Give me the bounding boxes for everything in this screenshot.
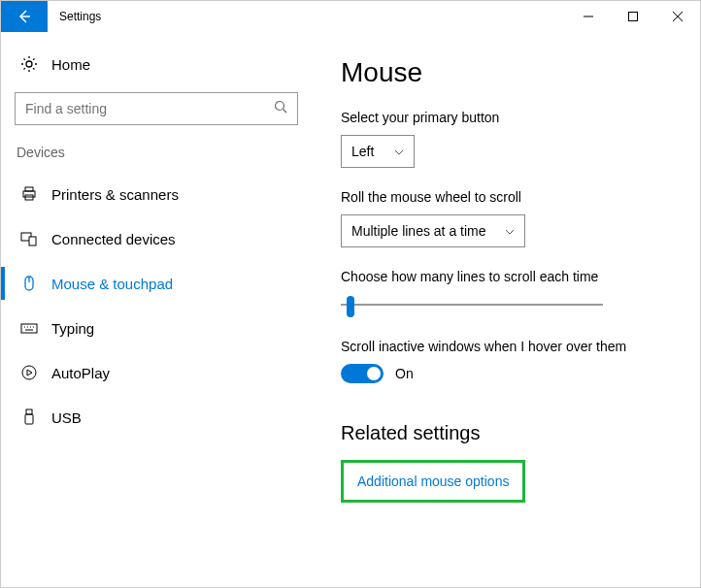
page-title: Mouse — [341, 57, 671, 88]
slider-track — [341, 304, 603, 306]
sidebar-item-typing[interactable]: Typing — [1, 306, 312, 350]
svg-point-20 — [22, 366, 36, 379]
inactive-windows-toggle[interactable] — [341, 364, 384, 383]
printer-icon — [20, 185, 38, 203]
home-nav[interactable]: Home — [1, 48, 312, 81]
svg-rect-21 — [26, 409, 32, 414]
related-settings-title: Related settings — [341, 422, 671, 444]
sidebar-item-printers[interactable]: Printers & scanners — [1, 172, 312, 216]
additional-mouse-options-link[interactable]: Additional mouse options — [357, 474, 509, 489]
sidebar-item-usb[interactable]: USB — [1, 395, 312, 440]
window-title: Settings — [48, 10, 101, 23]
toggle-knob — [367, 367, 381, 380]
svg-rect-14 — [21, 324, 37, 333]
window-controls — [566, 1, 700, 32]
svg-point-5 — [276, 102, 284, 111]
mouse-icon — [20, 275, 38, 292]
chevron-down-icon — [505, 226, 515, 237]
nav-label: USB — [51, 409, 82, 426]
nav-label: Typing — [51, 320, 94, 337]
nav-label: AutoPlay — [51, 365, 110, 381]
search-icon — [274, 100, 287, 117]
primary-button-label: Select your primary button — [341, 110, 671, 125]
sidebar-item-mouse[interactable]: Mouse & touchpad — [1, 261, 312, 306]
minimize-button[interactable] — [566, 1, 611, 32]
highlight-box: Additional mouse options — [341, 460, 525, 503]
dropdown-value: Left — [351, 144, 374, 159]
devices-icon — [20, 230, 38, 247]
roll-wheel-dropdown[interactable]: Multiple lines at a time — [341, 214, 525, 247]
nav-label: Printers & scanners — [51, 186, 179, 203]
close-button[interactable] — [655, 1, 700, 32]
nav-label: Mouse & touchpad — [51, 276, 173, 292]
lines-slider[interactable] — [341, 294, 603, 317]
keyboard-icon — [20, 319, 38, 337]
main-content: Mouse Select your primary button Left Ro… — [312, 32, 700, 587]
dropdown-value: Multiple lines at a time — [351, 223, 486, 239]
inactive-windows-label: Scroll inactive windows when I hover ove… — [341, 339, 671, 354]
maximize-button[interactable] — [611, 1, 655, 32]
autoplay-icon — [20, 364, 38, 381]
search-field[interactable] — [25, 101, 274, 116]
svg-rect-1 — [629, 13, 638, 21]
home-label: Home — [51, 56, 90, 73]
gear-icon — [20, 55, 38, 73]
svg-point-4 — [26, 61, 32, 67]
toggle-state: On — [395, 366, 414, 381]
search-input[interactable] — [15, 92, 298, 125]
group-header: Devices — [1, 145, 312, 172]
svg-rect-22 — [25, 414, 33, 424]
svg-line-6 — [284, 110, 287, 114]
roll-wheel-label: Roll the mouse wheel to scroll — [341, 189, 671, 205]
back-button[interactable] — [1, 1, 48, 32]
nav-label: Connected devices — [51, 231, 176, 247]
primary-button-dropdown[interactable]: Left — [341, 135, 415, 168]
sidebar-item-autoplay[interactable]: AutoPlay — [1, 350, 312, 395]
chevron-down-icon — [394, 147, 404, 157]
titlebar: Settings — [1, 1, 700, 32]
lines-scroll-label: Choose how many lines to scroll each tim… — [341, 269, 671, 284]
sidebar: Home Devices Printers & scanners Connect… — [1, 32, 312, 587]
svg-rect-11 — [29, 237, 36, 245]
usb-icon — [20, 408, 38, 426]
slider-thumb[interactable] — [347, 296, 354, 317]
arrow-left-icon — [17, 9, 32, 24]
svg-rect-8 — [25, 187, 33, 191]
sidebar-item-connected[interactable]: Connected devices — [1, 216, 312, 261]
